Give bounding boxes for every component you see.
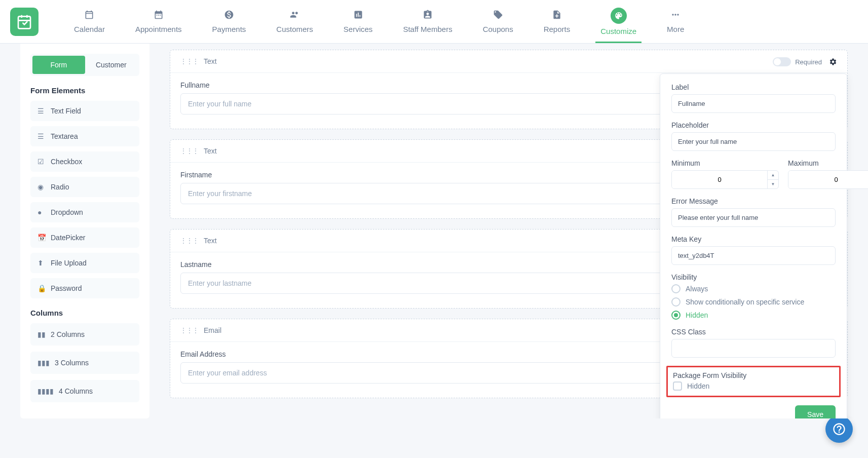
column-4[interactable]: ▮▮▮▮4 Columns <box>30 380 139 402</box>
nav-appointments[interactable]: Appointments <box>120 0 197 43</box>
step-up-icon[interactable]: ▲ <box>768 171 778 180</box>
columns-title: Columns <box>30 309 139 317</box>
nav-services[interactable]: Services <box>328 0 388 43</box>
maximum-value[interactable] <box>788 171 868 188</box>
radio-icon <box>671 311 681 320</box>
css-input[interactable] <box>671 339 836 358</box>
nav-label: Coupons <box>483 25 513 33</box>
nav-label: Staff Members <box>403 25 452 33</box>
minimum-value[interactable] <box>672 171 767 188</box>
visibility-conditional[interactable]: Show conditionally on specific service <box>671 297 836 307</box>
nav-label: Appointments <box>135 25 182 33</box>
checkbox-icon: ☑ <box>37 158 46 166</box>
nav-reports[interactable]: Reports <box>529 0 586 43</box>
settings-panel: Label Placeholder Minimum ▲▼ <box>660 73 847 418</box>
nav-label: Services <box>344 25 373 33</box>
element-checkbox[interactable]: ☑Checkbox <box>30 151 139 172</box>
step-down-icon[interactable]: ▼ <box>768 180 778 188</box>
gear-icon[interactable] <box>829 58 837 67</box>
placeholder-input[interactable] <box>671 132 836 151</box>
column4-icon: ▮▮▮▮ <box>37 387 54 395</box>
drag-handle-icon[interactable]: ⋮⋮⋮ <box>180 327 199 334</box>
dropdown-icon: ● <box>37 208 46 216</box>
meta-title: Meta Key <box>671 235 836 243</box>
nav-label: Payments <box>212 25 246 33</box>
calendar-icon <box>84 10 94 22</box>
radio-icon <box>671 297 681 307</box>
coupons-icon <box>493 10 503 22</box>
appointments-icon <box>154 10 164 22</box>
password-icon: 🔒 <box>37 284 46 292</box>
error-input[interactable] <box>671 208 836 227</box>
services-icon <box>353 10 363 22</box>
meta-input[interactable] <box>671 246 836 265</box>
toggle-switch[interactable] <box>773 57 791 66</box>
maximum-title: Maximum <box>788 159 868 167</box>
element-datepicker[interactable]: 📅DatePicker <box>30 227 139 248</box>
more-icon <box>670 10 681 22</box>
nav-payments[interactable]: Payments <box>197 0 261 43</box>
label-title: Label <box>671 83 836 91</box>
element-dropdown[interactable]: ●Dropdown <box>30 202 139 222</box>
placeholder-title: Placeholder <box>671 121 836 129</box>
nav-coupons[interactable]: Coupons <box>468 0 529 43</box>
column-2[interactable]: ▮▮2 Columns <box>30 323 139 346</box>
drag-handle-icon[interactable]: ⋮⋮⋮ <box>180 147 199 155</box>
css-title: CSS Class <box>671 328 836 336</box>
nav-customers[interactable]: Customers <box>261 0 328 43</box>
column-3[interactable]: ▮▮▮3 Columns <box>30 352 139 374</box>
nav-more[interactable]: More <box>652 0 699 43</box>
package-title: Package Form Visibility <box>673 371 834 379</box>
column2-icon: ▮▮ <box>37 330 46 338</box>
label-input[interactable] <box>671 94 836 113</box>
tab-form[interactable]: Form <box>32 56 85 74</box>
element-textarea[interactable]: ☰Textarea <box>30 126 139 146</box>
textarea-icon: ☰ <box>37 132 46 140</box>
minimum-title: Minimum <box>671 159 779 167</box>
field-type: Text <box>204 237 217 245</box>
customize-icon <box>611 8 627 24</box>
datepicker-icon: 📅 <box>37 234 46 242</box>
nav-label: Customize <box>600 27 636 35</box>
error-title: Error Message <box>671 197 836 205</box>
element-fileupload[interactable]: ⬆File Upload <box>30 253 139 273</box>
reports-icon <box>552 10 562 22</box>
maximum-input[interactable]: ▲▼ <box>788 170 868 189</box>
nav-customize[interactable]: Customize <box>585 0 652 43</box>
nav-label: Customers <box>276 25 313 33</box>
visibility-title: Visibility <box>671 273 836 281</box>
staff-icon <box>423 10 433 22</box>
field-type: Text <box>204 57 217 65</box>
package-hidden-checkbox[interactable]: Hidden <box>673 381 834 391</box>
svg-rect-0 <box>18 16 30 28</box>
package-visibility-highlight: Package Form Visibility Hidden <box>666 366 841 397</box>
app-logo[interactable] <box>10 8 39 36</box>
tab-switcher: Form Customer <box>30 54 139 76</box>
drag-handle-icon[interactable]: ⋮⋮⋮ <box>180 237 199 244</box>
form-elements-title: Form Elements <box>30 86 139 95</box>
visibility-always[interactable]: Always <box>671 284 836 293</box>
field-type: Text <box>204 147 217 155</box>
nav-calendar[interactable]: Calendar <box>59 0 120 43</box>
element-radio[interactable]: ◉Radio <box>30 177 139 197</box>
field-fullname[interactable]: ⋮⋮⋮ Text Required Fullname Label Placeho <box>170 50 848 129</box>
nav-label: More <box>667 25 684 33</box>
customers-icon <box>290 10 300 22</box>
payments-icon <box>224 10 234 22</box>
radio-icon <box>671 284 681 293</box>
minimum-input[interactable]: ▲▼ <box>671 170 779 189</box>
tab-customer[interactable]: Customer <box>85 56 138 74</box>
text-field-icon: ☰ <box>37 107 46 115</box>
nav-label: Calendar <box>74 25 105 33</box>
radio-icon: ◉ <box>37 183 46 191</box>
column3-icon: ▮▮▮ <box>37 359 50 367</box>
nav-label: Reports <box>544 25 571 33</box>
element-password[interactable]: 🔒Password <box>30 278 139 298</box>
required-toggle[interactable]: Required <box>773 57 822 66</box>
nav-staff[interactable]: Staff Members <box>388 0 467 43</box>
logo-icon <box>16 14 32 30</box>
drag-handle-icon[interactable]: ⋮⋮⋮ <box>180 58 199 65</box>
save-button[interactable]: Save <box>795 405 836 418</box>
element-text-field[interactable]: ☰Text Field <box>30 101 139 121</box>
visibility-hidden[interactable]: Hidden <box>671 311 836 320</box>
